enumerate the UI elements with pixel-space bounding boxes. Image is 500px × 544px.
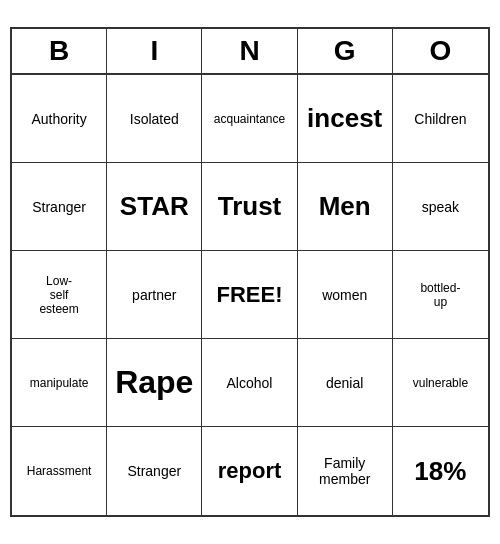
header-letter: N <box>202 29 297 73</box>
header-letter: G <box>298 29 393 73</box>
cell-text: 18% <box>414 456 466 487</box>
cell-text: FREE! <box>216 282 282 308</box>
cell-text: Harassment <box>27 464 92 478</box>
bingo-cell: Children <box>393 75 488 163</box>
cell-text: report <box>218 458 282 484</box>
cell-text: bottled-up <box>420 281 460 309</box>
cell-text: partner <box>132 287 176 303</box>
bingo-cell: denial <box>298 339 393 427</box>
cell-text: Familymember <box>319 455 370 487</box>
bingo-cell: speak <box>393 163 488 251</box>
bingo-cell: women <box>298 251 393 339</box>
bingo-cell: Alcohol <box>202 339 297 427</box>
cell-text: Low-selfesteem <box>39 274 78 316</box>
cell-text: Stranger <box>32 199 86 215</box>
bingo-cell: Harassment <box>12 427 107 515</box>
header-letter: O <box>393 29 488 73</box>
bingo-cell: report <box>202 427 297 515</box>
bingo-cell: vulnerable <box>393 339 488 427</box>
bingo-cell: Authority <box>12 75 107 163</box>
bingo-grid: AuthorityIsolatedacquaintanceincestChild… <box>12 75 488 515</box>
cell-text: Rape <box>115 364 193 401</box>
cell-text: Authority <box>31 111 86 127</box>
bingo-cell: manipulate <box>12 339 107 427</box>
cell-text: acquaintance <box>214 112 285 126</box>
cell-text: vulnerable <box>413 376 468 390</box>
bingo-cell: Low-selfesteem <box>12 251 107 339</box>
bingo-cell: partner <box>107 251 202 339</box>
cell-text: STAR <box>120 191 189 222</box>
cell-text: manipulate <box>30 376 89 390</box>
cell-text: Trust <box>218 191 282 222</box>
bingo-cell: bottled-up <box>393 251 488 339</box>
bingo-cell: incest <box>298 75 393 163</box>
bingo-cell: Isolated <box>107 75 202 163</box>
bingo-cell: Men <box>298 163 393 251</box>
bingo-cell: 18% <box>393 427 488 515</box>
bingo-cell: Trust <box>202 163 297 251</box>
bingo-cell: Rape <box>107 339 202 427</box>
bingo-header: BINGO <box>12 29 488 75</box>
cell-text: incest <box>307 103 382 134</box>
cell-text: speak <box>422 199 459 215</box>
bingo-cell: Stranger <box>107 427 202 515</box>
bingo-cell: FREE! <box>202 251 297 339</box>
bingo-cell: Stranger <box>12 163 107 251</box>
bingo-cell: STAR <box>107 163 202 251</box>
cell-text: Children <box>414 111 466 127</box>
header-letter: I <box>107 29 202 73</box>
bingo-card: BINGO AuthorityIsolatedacquaintanceinces… <box>10 27 490 517</box>
cell-text: Men <box>319 191 371 222</box>
cell-text: Isolated <box>130 111 179 127</box>
header-letter: B <box>12 29 107 73</box>
cell-text: Alcohol <box>227 375 273 391</box>
cell-text: women <box>322 287 367 303</box>
cell-text: denial <box>326 375 363 391</box>
bingo-cell: Familymember <box>298 427 393 515</box>
cell-text: Stranger <box>127 463 181 479</box>
bingo-cell: acquaintance <box>202 75 297 163</box>
